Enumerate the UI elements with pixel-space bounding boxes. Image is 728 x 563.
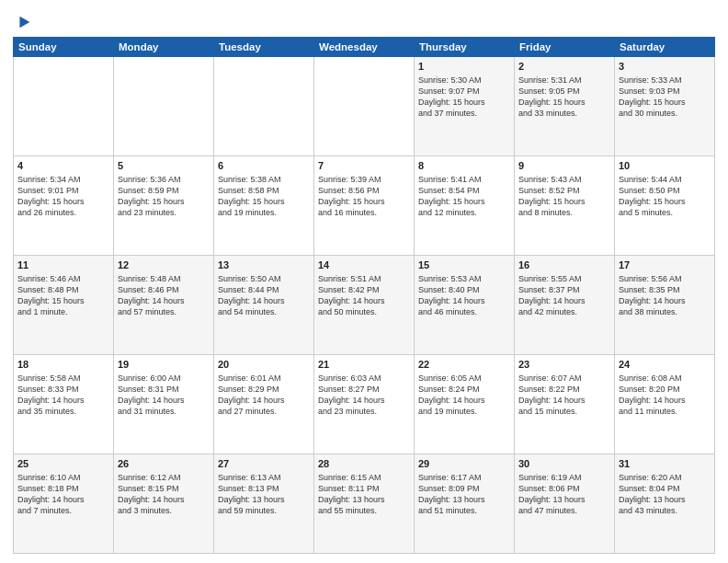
calendar-week-3: 11Sunrise: 5:46 AM Sunset: 8:48 PM Dayli…: [14, 256, 715, 355]
page: SundayMondayTuesdayWednesdayThursdayFrid…: [0, 0, 728, 563]
svg-marker-0: [19, 17, 29, 29]
day-info: Sunrise: 6:00 AM Sunset: 8:31 PM Dayligh…: [118, 373, 210, 418]
calendar-cell: 9Sunrise: 5:43 AM Sunset: 8:52 PM Daylig…: [515, 156, 615, 256]
calendar-cell: 20Sunrise: 6:01 AM Sunset: 8:29 PM Dayli…: [214, 355, 314, 454]
calendar-cell: 17Sunrise: 5:56 AM Sunset: 8:35 PM Dayli…: [615, 256, 715, 355]
day-number: 28: [318, 457, 410, 471]
day-info: Sunrise: 5:46 AM Sunset: 8:48 PM Dayligh…: [17, 273, 109, 318]
calendar-cell: 24Sunrise: 6:08 AM Sunset: 8:20 PM Dayli…: [615, 355, 715, 454]
calendar-cell: 6Sunrise: 5:38 AM Sunset: 8:58 PM Daylig…: [214, 156, 314, 256]
day-number: 24: [619, 358, 711, 372]
calendar-cell: [114, 57, 214, 156]
calendar-week-4: 18Sunrise: 5:58 AM Sunset: 8:33 PM Dayli…: [14, 355, 715, 454]
calendar-header-row: SundayMondayTuesdayWednesdayThursdayFrid…: [14, 38, 715, 57]
calendar-week-5: 25Sunrise: 6:10 AM Sunset: 8:18 PM Dayli…: [14, 454, 715, 554]
day-info: Sunrise: 6:08 AM Sunset: 8:20 PM Dayligh…: [619, 373, 711, 418]
calendar-cell: [314, 57, 415, 156]
calendar-cell: 18Sunrise: 5:58 AM Sunset: 8:33 PM Dayli…: [14, 355, 114, 454]
weekday-header-saturday: Saturday: [615, 38, 715, 57]
day-number: 11: [17, 259, 109, 272]
calendar-week-1: 1Sunrise: 5:30 AM Sunset: 9:07 PM Daylig…: [14, 57, 715, 156]
day-info: Sunrise: 6:20 AM Sunset: 8:04 PM Dayligh…: [619, 472, 711, 517]
calendar-cell: 3Sunrise: 5:33 AM Sunset: 9:03 PM Daylig…: [615, 57, 715, 156]
day-number: 1: [418, 60, 510, 74]
calendar-cell: 29Sunrise: 6:17 AM Sunset: 8:09 PM Dayli…: [415, 454, 515, 554]
day-info: Sunrise: 5:33 AM Sunset: 9:03 PM Dayligh…: [619, 75, 711, 120]
calendar-week-2: 4Sunrise: 5:34 AM Sunset: 9:01 PM Daylig…: [14, 156, 715, 256]
day-info: Sunrise: 6:12 AM Sunset: 8:15 PM Dayligh…: [118, 472, 210, 517]
day-number: 23: [518, 358, 610, 372]
calendar-cell: 19Sunrise: 6:00 AM Sunset: 8:31 PM Dayli…: [114, 355, 214, 454]
day-info: Sunrise: 6:01 AM Sunset: 8:29 PM Dayligh…: [218, 373, 310, 418]
day-number: 21: [318, 358, 410, 372]
day-number: 22: [418, 358, 510, 372]
day-number: 9: [518, 159, 610, 173]
day-number: 30: [518, 457, 610, 471]
day-number: 6: [218, 159, 310, 173]
day-info: Sunrise: 5:55 AM Sunset: 8:37 PM Dayligh…: [518, 273, 610, 318]
day-number: 17: [619, 259, 711, 272]
day-number: 27: [218, 457, 310, 471]
day-info: Sunrise: 5:53 AM Sunset: 8:40 PM Dayligh…: [418, 273, 510, 318]
day-number: 16: [518, 259, 610, 272]
day-info: Sunrise: 5:31 AM Sunset: 9:05 PM Dayligh…: [518, 75, 610, 120]
day-number: 5: [118, 159, 210, 173]
day-number: 7: [318, 159, 410, 173]
day-number: 25: [17, 457, 109, 471]
logo: [13, 13, 33, 31]
day-info: Sunrise: 6:10 AM Sunset: 8:18 PM Dayligh…: [17, 472, 109, 517]
day-number: 31: [619, 457, 711, 471]
weekday-header-tuesday: Tuesday: [214, 38, 314, 57]
calendar-cell: 7Sunrise: 5:39 AM Sunset: 8:56 PM Daylig…: [314, 156, 415, 256]
weekday-header-thursday: Thursday: [415, 38, 515, 57]
day-info: Sunrise: 5:30 AM Sunset: 9:07 PM Dayligh…: [418, 75, 510, 120]
calendar-cell: 2Sunrise: 5:31 AM Sunset: 9:05 PM Daylig…: [515, 57, 615, 156]
calendar-cell: [14, 57, 114, 156]
day-number: 19: [118, 358, 210, 372]
calendar-cell: 26Sunrise: 6:12 AM Sunset: 8:15 PM Dayli…: [114, 454, 214, 554]
day-info: Sunrise: 5:41 AM Sunset: 8:54 PM Dayligh…: [418, 174, 510, 219]
day-info: Sunrise: 5:34 AM Sunset: 9:01 PM Dayligh…: [17, 174, 109, 219]
calendar-cell: 25Sunrise: 6:10 AM Sunset: 8:18 PM Dayli…: [14, 454, 114, 554]
calendar-cell: 10Sunrise: 5:44 AM Sunset: 8:50 PM Dayli…: [615, 156, 715, 256]
calendar-cell: 12Sunrise: 5:48 AM Sunset: 8:46 PM Dayli…: [114, 256, 214, 355]
calendar-cell: 15Sunrise: 5:53 AM Sunset: 8:40 PM Dayli…: [415, 256, 515, 355]
day-info: Sunrise: 6:07 AM Sunset: 8:22 PM Dayligh…: [518, 373, 610, 418]
day-info: Sunrise: 5:43 AM Sunset: 8:52 PM Dayligh…: [518, 174, 610, 219]
calendar-cell: 1Sunrise: 5:30 AM Sunset: 9:07 PM Daylig…: [415, 57, 515, 156]
calendar-cell: 30Sunrise: 6:19 AM Sunset: 8:06 PM Dayli…: [515, 454, 615, 554]
day-number: 4: [17, 159, 109, 173]
day-info: Sunrise: 5:48 AM Sunset: 8:46 PM Dayligh…: [118, 273, 210, 318]
day-number: 29: [418, 457, 510, 471]
weekday-header-wednesday: Wednesday: [314, 38, 415, 57]
calendar-cell: 16Sunrise: 5:55 AM Sunset: 8:37 PM Dayli…: [515, 256, 615, 355]
day-info: Sunrise: 5:58 AM Sunset: 8:33 PM Dayligh…: [17, 373, 109, 418]
calendar-cell: 27Sunrise: 6:13 AM Sunset: 8:13 PM Dayli…: [214, 454, 314, 554]
day-info: Sunrise: 5:39 AM Sunset: 8:56 PM Dayligh…: [318, 174, 410, 219]
day-number: 13: [218, 259, 310, 272]
calendar-cell: [214, 57, 314, 156]
day-info: Sunrise: 5:50 AM Sunset: 8:44 PM Dayligh…: [218, 273, 310, 318]
day-info: Sunrise: 6:19 AM Sunset: 8:06 PM Dayligh…: [518, 472, 610, 517]
day-info: Sunrise: 6:05 AM Sunset: 8:24 PM Dayligh…: [418, 373, 510, 418]
calendar-cell: 4Sunrise: 5:34 AM Sunset: 9:01 PM Daylig…: [14, 156, 114, 256]
logo-arrow-icon: [15, 13, 33, 31]
day-info: Sunrise: 5:51 AM Sunset: 8:42 PM Dayligh…: [318, 273, 410, 318]
calendar-cell: 14Sunrise: 5:51 AM Sunset: 8:42 PM Dayli…: [314, 256, 415, 355]
calendar: SundayMondayTuesdayWednesdayThursdayFrid…: [13, 37, 715, 554]
day-number: 18: [17, 358, 109, 372]
header: [13, 9, 715, 31]
day-number: 3: [619, 60, 711, 74]
weekday-header-monday: Monday: [114, 38, 214, 57]
calendar-cell: 5Sunrise: 5:36 AM Sunset: 8:59 PM Daylig…: [114, 156, 214, 256]
day-number: 10: [619, 159, 711, 173]
day-number: 2: [518, 60, 610, 74]
day-number: 14: [318, 259, 410, 272]
day-info: Sunrise: 5:56 AM Sunset: 8:35 PM Dayligh…: [619, 273, 711, 318]
day-number: 8: [418, 159, 510, 173]
day-number: 26: [118, 457, 210, 471]
day-info: Sunrise: 5:44 AM Sunset: 8:50 PM Dayligh…: [619, 174, 711, 219]
weekday-header-sunday: Sunday: [14, 38, 114, 57]
calendar-cell: 28Sunrise: 6:15 AM Sunset: 8:11 PM Dayli…: [314, 454, 415, 554]
day-info: Sunrise: 6:17 AM Sunset: 8:09 PM Dayligh…: [418, 472, 510, 517]
